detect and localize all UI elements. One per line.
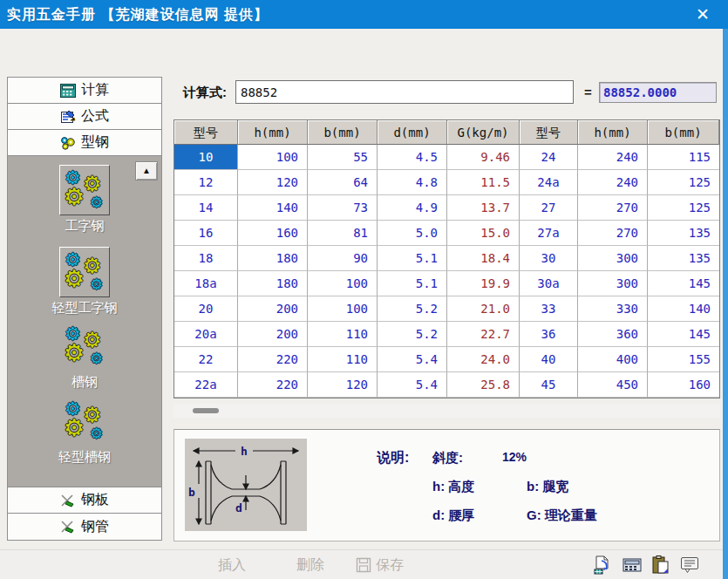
- table-cell[interactable]: 12: [174, 170, 238, 195]
- table-row[interactable]: 22a2201205.425.845450160: [174, 372, 719, 398]
- table-cell[interactable]: 18a: [174, 271, 238, 296]
- table-cell[interactable]: 200: [238, 322, 308, 347]
- table-cell[interactable]: 30: [520, 246, 578, 271]
- table-cell[interactable]: 13.7: [447, 195, 520, 221]
- table-row[interactable]: 202001005.221.033330140: [174, 296, 719, 322]
- shape-item-light-ibeam[interactable]: ⚙⚙⚙⚙ 轻型工字钢: [8, 247, 161, 317]
- sidebar-item-formula[interactable]: 公式: [8, 104, 161, 130]
- insert-button[interactable]: 插入: [218, 550, 246, 579]
- table-cell[interactable]: 5.1: [378, 271, 447, 296]
- table-cell[interactable]: 10: [174, 145, 238, 170]
- sidebar-item-steel-plate[interactable]: 钢板: [8, 487, 161, 514]
- table-header-cell[interactable]: 型号: [520, 120, 578, 145]
- horizontal-scrollbar-thumb[interactable]: [193, 408, 219, 413]
- table-cell[interactable]: 11.5: [447, 170, 520, 195]
- table-cell[interactable]: 64: [308, 170, 378, 195]
- table-cell[interactable]: 16: [174, 221, 238, 246]
- calculator-icon[interactable]: [622, 555, 643, 576]
- notes-icon[interactable]: [679, 555, 700, 576]
- table-row[interactable]: 18180905.118.430300135: [174, 246, 719, 271]
- table-cell[interactable]: 330: [578, 296, 648, 322]
- table-row[interactable]: 222201105.424.040400155: [174, 347, 719, 372]
- paste-icon[interactable]: [650, 555, 671, 576]
- table-cell[interactable]: 125: [648, 195, 719, 221]
- shape-item-light-channel[interactable]: ⚙⚙⚙⚙ 轻型槽钢: [8, 398, 161, 466]
- table-cell[interactable]: 15.0: [447, 221, 520, 246]
- table-cell[interactable]: 140: [238, 195, 308, 221]
- table-cell[interactable]: 160: [648, 372, 719, 398]
- table-cell[interactable]: 100: [308, 271, 378, 296]
- table-header-cell[interactable]: G(kg/m): [447, 120, 520, 145]
- table-cell[interactable]: 27: [520, 195, 578, 221]
- table-cell[interactable]: 270: [578, 221, 648, 246]
- table-cell[interactable]: 73: [308, 195, 378, 221]
- table-cell[interactable]: 5.2: [378, 296, 447, 322]
- table-cell[interactable]: 90: [308, 246, 378, 271]
- table-header-cell[interactable]: b(mm): [308, 120, 378, 145]
- table-header-cell[interactable]: d(mm): [378, 120, 447, 145]
- table-cell[interactable]: 145: [648, 271, 719, 296]
- delete-button[interactable]: 删除: [296, 550, 324, 579]
- table-cell[interactable]: 55: [308, 145, 378, 170]
- table-cell[interactable]: 160: [238, 221, 308, 246]
- table-cell[interactable]: 125: [648, 170, 719, 195]
- table-cell[interactable]: 450: [578, 372, 648, 398]
- shape-item-channel[interactable]: ⚙⚙⚙⚙ 槽钢: [8, 324, 161, 391]
- table-cell[interactable]: 115: [648, 145, 719, 170]
- close-icon[interactable]: ✕: [690, 0, 716, 29]
- sidebar-item-calculate[interactable]: 计算: [8, 78, 161, 104]
- table-header-cell[interactable]: h(mm): [578, 120, 648, 145]
- table-row[interactable]: 20a2001105.222.736360145: [174, 322, 719, 347]
- table-cell[interactable]: 5.1: [378, 246, 447, 271]
- sidebar-item-section-steel[interactable]: 型钢: [8, 130, 161, 156]
- table-cell[interactable]: 5.4: [378, 372, 447, 398]
- table-cell[interactable]: 9.46: [447, 145, 520, 170]
- table-cell[interactable]: 300: [578, 271, 648, 296]
- save-button[interactable]: 保存: [356, 550, 404, 579]
- table-row[interactable]: 14140734.913.727270125: [174, 195, 719, 221]
- table-cell[interactable]: 100: [238, 145, 308, 170]
- table-cell[interactable]: 140: [648, 296, 719, 322]
- table-cell[interactable]: 22a: [174, 372, 238, 398]
- table-cell[interactable]: 120: [308, 372, 378, 398]
- sidebar-item-steel-pipe[interactable]: 钢管: [8, 514, 161, 540]
- table-cell[interactable]: 19.9: [447, 271, 520, 296]
- table-header-cell[interactable]: b(mm): [648, 120, 719, 145]
- table-cell[interactable]: 270: [578, 195, 648, 221]
- table-cell[interactable]: 5.2: [378, 322, 447, 347]
- table-cell[interactable]: 5.4: [378, 347, 447, 372]
- table-cell[interactable]: 33: [520, 296, 578, 322]
- table-cell[interactable]: 24: [520, 145, 578, 170]
- table-header-cell[interactable]: h(mm): [238, 120, 308, 145]
- table-cell[interactable]: 110: [308, 322, 378, 347]
- table-cell[interactable]: 25.8: [447, 372, 520, 398]
- shape-item-ibeam[interactable]: ⚙⚙⚙⚙ 工字钢: [8, 165, 161, 235]
- table-cell[interactable]: 14: [174, 195, 238, 221]
- export-to-table-icon[interactable]: [593, 555, 614, 576]
- table-cell[interactable]: 5.0: [378, 221, 447, 246]
- table-cell[interactable]: 200: [238, 296, 308, 322]
- table-cell[interactable]: 220: [238, 347, 308, 372]
- table-cell[interactable]: 18: [174, 246, 238, 271]
- table-cell[interactable]: 21.0: [447, 296, 520, 322]
- table-cell[interactable]: 400: [578, 347, 648, 372]
- table-row[interactable]: 16160815.015.027a270135: [174, 221, 719, 246]
- table-cell[interactable]: 40: [520, 347, 578, 372]
- table-cell[interactable]: 240: [578, 170, 648, 195]
- table-cell[interactable]: 20: [174, 296, 238, 322]
- table-cell[interactable]: 45: [520, 372, 578, 398]
- calc-expression-input[interactable]: [235, 80, 574, 104]
- table-cell[interactable]: 180: [238, 246, 308, 271]
- table-cell[interactable]: 20a: [174, 322, 238, 347]
- table-cell[interactable]: 4.8: [378, 170, 447, 195]
- table-row[interactable]: 18a1801005.119.930a300145: [174, 271, 719, 296]
- table-cell[interactable]: 18.4: [447, 246, 520, 271]
- table-cell[interactable]: 240: [578, 145, 648, 170]
- table-cell[interactable]: 27a: [520, 221, 578, 246]
- table-cell[interactable]: 145: [648, 322, 719, 347]
- table-cell[interactable]: 110: [308, 347, 378, 372]
- table-cell[interactable]: 4.5: [378, 145, 447, 170]
- table-cell[interactable]: 24a: [520, 170, 578, 195]
- table-cell[interactable]: 22: [174, 347, 238, 372]
- table-cell[interactable]: 135: [648, 246, 719, 271]
